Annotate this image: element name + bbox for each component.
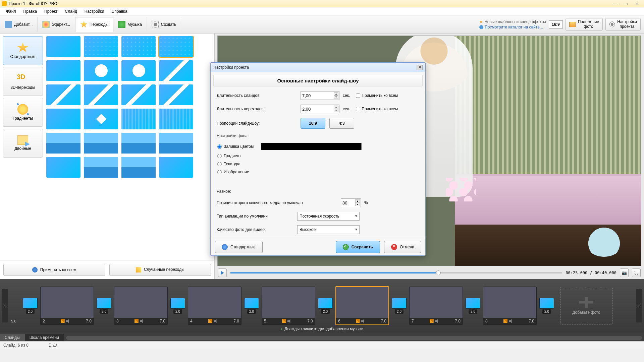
speaker-icon[interactable]: [361, 319, 365, 323]
transition-chip[interactable]: 2.0: [317, 298, 334, 314]
spinner-down-icon[interactable]: ▼: [334, 109, 338, 112]
transition-thumb[interactable]: [159, 36, 193, 57]
aspect-ratio-indicator[interactable]: 16:9: [549, 20, 563, 28]
slide-card[interactable]: 37.0: [114, 287, 168, 325]
photo-position-button[interactable]: Положениефото: [566, 18, 603, 30]
slide-card[interactable]: 57.0: [262, 287, 315, 325]
window-minimize-button[interactable]: —: [610, 1, 621, 6]
ratio-4-3-button[interactable]: 4:3: [329, 118, 354, 129]
bg-color-swatch[interactable]: [261, 143, 362, 150]
menu-help[interactable]: Справка: [108, 8, 130, 15]
transition-chip[interactable]: 2.0: [464, 298, 482, 314]
menu-project[interactable]: Проект: [41, 8, 61, 15]
speaker-icon[interactable]: [435, 319, 439, 323]
transition-thumb[interactable]: [121, 60, 156, 81]
fullscreen-button[interactable]: ⛶: [632, 268, 641, 277]
timeline-scroll-left[interactable]: ‹: [2, 289, 8, 322]
apply-all-transitions-checkbox[interactable]: Применить ко всем: [356, 107, 398, 111]
transition-thumb[interactable]: [121, 84, 156, 105]
transition-thumb[interactable]: [84, 60, 118, 81]
transition-thumb[interactable]: [46, 36, 80, 57]
speaker-icon[interactable]: [287, 319, 291, 323]
transition-chip[interactable]: 2.0: [538, 298, 555, 314]
pencil-icon[interactable]: [356, 319, 360, 323]
keyframe-input[interactable]: ▲▼: [341, 198, 361, 207]
seek-bar[interactable]: [230, 272, 562, 274]
spinner-down-icon[interactable]: ▼: [334, 96, 338, 99]
spinner-down-icon[interactable]: ▼: [355, 203, 360, 206]
tab-slides[interactable]: Слайды: [0, 334, 25, 341]
transition-chip[interactable]: 2.0: [169, 298, 186, 314]
spinner-up-icon[interactable]: ▲: [334, 92, 338, 96]
slide-card[interactable]: 77.0: [409, 287, 463, 325]
transition-chip[interactable]: 2.0: [390, 298, 408, 314]
slide-card[interactable]: 47.0: [188, 287, 241, 325]
transition-duration-input[interactable]: ▲▼: [301, 105, 339, 113]
toolbar-effects-button[interactable]: Эффект...: [38, 17, 75, 32]
slide-duration-input[interactable]: ▲▼: [301, 91, 339, 100]
ratio-16-9-button[interactable]: 16:9: [301, 118, 325, 129]
slide-card[interactable]: 87.0: [483, 287, 537, 325]
speaker-icon[interactable]: [140, 319, 144, 323]
pencil-icon[interactable]: [61, 319, 65, 323]
toolbar-add-button[interactable]: Добавит...: [0, 17, 38, 32]
pencil-icon[interactable]: [135, 319, 139, 323]
toolbar-music-button[interactable]: Музыка: [113, 17, 147, 32]
snapshot-button[interactable]: 📷: [620, 268, 629, 277]
transition-thumb[interactable]: [121, 109, 156, 129]
save-button[interactable]: Сохранить: [336, 241, 380, 253]
category-standard[interactable]: Стандартные: [3, 36, 43, 65]
apply-to-all-button[interactable]: Применить ко всем: [3, 264, 105, 276]
transition-thumb[interactable]: [84, 36, 118, 57]
menu-file[interactable]: Файл: [3, 8, 19, 15]
transition-thumb[interactable]: [84, 133, 118, 154]
spinner-up-icon[interactable]: ▲: [334, 106, 338, 109]
slide-card[interactable]: 27.0: [40, 287, 94, 325]
transition-thumb[interactable]: [159, 157, 193, 178]
apply-all-slides-checkbox[interactable]: Применить ко всем: [356, 93, 398, 98]
transition-thumb[interactable]: [159, 133, 193, 154]
transition-thumb[interactable]: [46, 109, 80, 129]
quality-select[interactable]: Высокое▼: [297, 225, 360, 234]
speaker-icon[interactable]: [66, 319, 70, 323]
play-button[interactable]: [218, 268, 227, 277]
speaker-icon[interactable]: [509, 319, 513, 323]
menu-edit[interactable]: Правка: [20, 8, 41, 15]
transition-chip[interactable]: 2.0: [95, 298, 113, 314]
toolbar-create-button[interactable]: Создать: [147, 17, 181, 32]
window-maximize-button[interactable]: □: [621, 1, 631, 6]
pencil-icon[interactable]: [503, 319, 507, 323]
transition-thumb[interactable]: [159, 109, 193, 129]
bg-gradient-radio[interactable]: [217, 154, 222, 158]
transition-thumb[interactable]: [159, 60, 193, 81]
tab-timeline[interactable]: Шкала времени: [25, 334, 64, 341]
category-double[interactable]: Двойные: [3, 129, 43, 158]
menu-slide[interactable]: Слайд: [62, 8, 80, 15]
transition-thumb[interactable]: [159, 84, 193, 105]
pencil-icon[interactable]: [208, 319, 212, 323]
menu-settings[interactable]: Настройки: [81, 8, 108, 15]
transition-thumb[interactable]: [46, 84, 80, 105]
transition-chip[interactable]: 2.0: [243, 298, 260, 314]
transition-thumb[interactable]: [84, 109, 118, 129]
category-gradients[interactable]: Градиенты: [3, 98, 43, 127]
spinner-up-icon[interactable]: ▲: [355, 199, 360, 203]
bg-fill-radio[interactable]: [217, 144, 222, 149]
music-track-hint[interactable]: ♪ Дважды кликните для добавления музыки: [0, 326, 644, 331]
transition-thumb[interactable]: [46, 133, 80, 154]
toolbar-transitions-button[interactable]: Переходы: [75, 17, 113, 32]
tip-catalog-link[interactable]: Посмотрите каталог на сайте...: [479, 25, 546, 29]
dialog-close-button[interactable]: ✕: [417, 65, 423, 70]
speaker-icon[interactable]: [214, 319, 218, 323]
transition-thumb[interactable]: [46, 60, 80, 81]
transition-thumb[interactable]: [46, 157, 80, 178]
pencil-icon[interactable]: [430, 319, 434, 323]
transition-chip[interactable]: 2.0: [21, 298, 39, 314]
transition-thumb[interactable]: [121, 133, 156, 154]
bg-image-radio[interactable]: [217, 170, 222, 174]
anim-type-select[interactable]: Постоянная скорость▼: [297, 212, 360, 221]
window-close-button[interactable]: ✕: [632, 1, 642, 6]
project-settings-button[interactable]: Настройкипроекта: [605, 18, 641, 30]
transition-thumb[interactable]: [84, 84, 118, 105]
transition-thumb[interactable]: [121, 36, 156, 57]
